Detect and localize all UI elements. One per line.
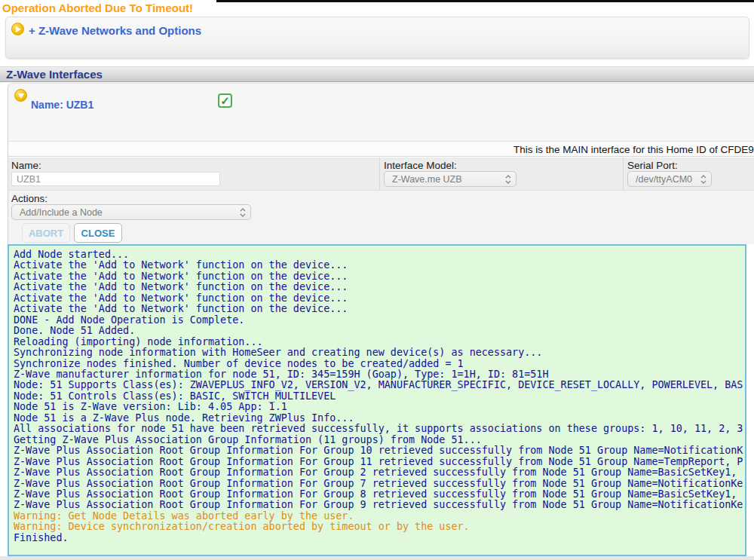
name-field-label: Name: [11,160,41,171]
log-line: Node: 51 Supports Class(es): ZWAVEPLUS_I… [14,380,745,390]
log-line: Z-Wave Plus Association Root Group Infor… [14,445,745,456]
actions-select[interactable]: Add/Include a Node [11,204,251,220]
zwave-networks-section[interactable]: + Z-Wave Networks and Options [5,17,749,59]
expand-section-icon[interactable] [11,23,24,35]
log-line: Done. Node 51 Added. [14,326,745,336]
top-window-edge [216,0,754,2]
log-line: Activate the 'Add to Network' function o… [14,293,745,304]
log-line: Node: 51 Controls Class(es): BASIC, SWIT… [14,391,745,402]
down-triangle-icon [18,93,24,99]
error-banner: Operation Aborted Due To Timeout! [2,2,193,14]
serial-field-group: Serial Port: /dev/ttyACM0 [624,158,754,190]
actions-row: Actions: Add/Include a Node [8,190,754,220]
log-line: All associations for node 51 have been r… [14,424,745,434]
collapse-section-icon[interactable] [14,89,27,102]
serial-port-value: /dev/ttyACM0 [628,174,700,185]
log-line: Z-Wave Plus Association Root Group Infor… [14,500,745,510]
log-line: Synchronizing node information with Home… [14,347,745,358]
interface-panel: Name: UZB1 [8,83,754,141]
serial-port-select[interactable]: /dev/ttyACM0 [627,171,712,187]
log-line: Add Node started... [14,249,745,260]
interface-model-value: Z-Wave.me UZB [385,174,504,185]
interface-model-select[interactable]: Z-Wave.me UZB [384,171,516,187]
log-line: Z-Wave Plus Association Root Group Infor… [14,457,745,467]
log-line: Getting Z-Wave Plus Association Group In… [14,435,745,445]
log-line: Synchronize nodes finished. Number of de… [14,359,745,369]
log-line: Z-Wave manufacturer information for node… [14,369,745,380]
actions-value: Add/Include a Node [12,207,239,218]
log-line: Activate the 'Add to Network' function o… [14,282,745,292]
zwave-interfaces-header: Z-Wave Interfaces [0,66,754,82]
log-line: DONE - Add Node Operation is Complete. [14,315,745,326]
log-line: Z-Wave Plus Association Root Group Infor… [14,479,745,489]
interface-fields-row: Name: Interface Model: Z-Wave.me UZB Ser… [8,158,754,190]
bottom-page-edge [0,556,754,560]
stepper-icon [504,174,512,185]
log-line: Activate the 'Add to Network' function o… [14,304,745,314]
main-interface-note: This is the MAIN interface for this Home… [513,144,754,155]
log-output[interactable]: Add Node started...Activate the 'Add to … [8,244,746,556]
model-field-group: Interface Model: Z-Wave.me UZB [380,158,624,190]
interface-display-name: Name: UZB1 [31,99,93,111]
actions-field-label: Actions: [11,193,48,204]
stepper-icon [239,207,247,218]
serial-field-label: Serial Port: [627,160,678,171]
log-line: Z-Wave Plus Association Root Group Infor… [14,489,745,500]
stepper-icon [700,174,707,185]
interface-form: This is the MAIN interface for this Home… [8,141,754,244]
log-line: Node 51 is a Z-Wave Plus node. Retrievin… [14,413,745,424]
name-input[interactable] [11,172,220,186]
zwave-networks-title[interactable]: + Z-Wave Networks and Options [29,24,201,37]
log-line: Node 51 is Z-Wave version: Lib: 4.05 App… [14,402,745,412]
log-line: Warning: Device synchronization/creation… [14,522,745,532]
log-line: Warning: Get Node Details was aborted ea… [14,511,745,522]
log-line: Finished. [14,533,745,543]
log-line: Activate the 'Add to Network' function o… [14,271,745,282]
abort-button[interactable]: ABORT [22,223,70,243]
close-button[interactable]: CLOSE [74,223,122,243]
main-interface-note-row: This is the MAIN interface for this Home… [8,141,754,157]
play-triangle-icon [16,26,21,32]
log-line: Activate the 'Add to Network' function o… [14,260,745,271]
checkmark-icon [220,94,230,108]
name-field-group: Name: [8,158,380,190]
interface-enabled-checkbox[interactable] [218,93,232,108]
buttons-row: ABORT CLOSE [8,220,754,244]
zwave-interfaces-title: Z-Wave Interfaces [6,67,103,81]
model-field-label: Interface Model: [384,160,457,171]
page: Operation Aborted Due To Timeout! + Z-Wa… [0,0,754,560]
log-line: Reloading (importing) node information..… [14,337,745,347]
log-line: Z-Wave Plus Association Root Group Infor… [14,467,745,478]
